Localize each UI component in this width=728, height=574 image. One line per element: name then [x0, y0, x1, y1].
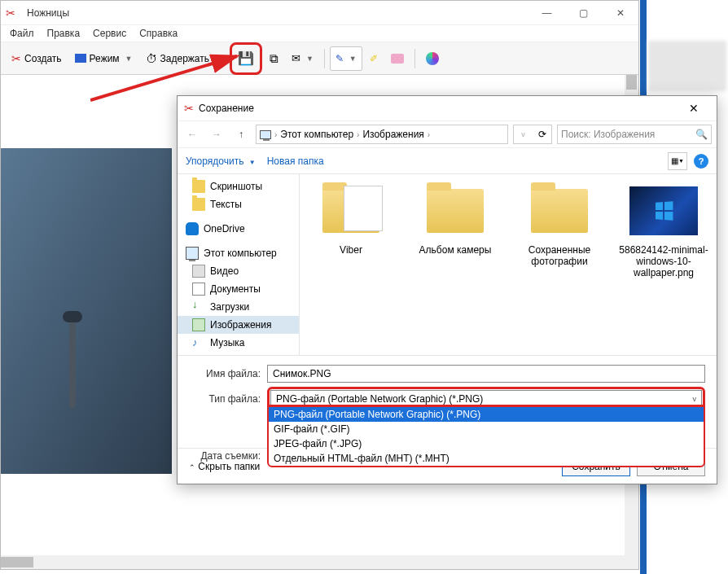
copy-button[interactable]: ⧉: [264, 46, 284, 71]
form-area: Имя файла: Тип файла: PNG-файл (Portable…: [178, 355, 717, 462]
tree-videos[interactable]: Видео: [178, 262, 299, 280]
highlighter-button[interactable]: ✐: [364, 46, 384, 71]
option-jpg[interactable]: JPEG-файл (*.JPG): [269, 436, 704, 451]
titlebar: ✂ Ножницы — ▢ ✕: [1, 1, 638, 25]
help-button[interactable]: ?: [694, 154, 708, 169]
menu-tools[interactable]: Сервис: [87, 26, 132, 41]
search-input[interactable]: Поиск: Изображения 🔍: [557, 125, 712, 144]
filetype-label: Тип файла:: [189, 393, 267, 405]
option-gif[interactable]: GIF-файл (*.GIF): [269, 422, 704, 436]
tree-screenshots[interactable]: Скриншоты: [178, 177, 299, 195]
organize-button[interactable]: Упорядочить ▼: [186, 156, 256, 167]
window-title: Ножницы: [27, 7, 69, 19]
file-wallpaper[interactable]: 586824142-minimal-windows-10-wallpaper.p…: [619, 182, 708, 347]
save-button-highlight: 💾: [230, 42, 262, 75]
hide-folders-toggle[interactable]: ⌃ Скрыть папки: [189, 461, 260, 472]
tree-texts[interactable]: Тексты: [178, 195, 299, 213]
dialog-icon: ✂: [184, 102, 194, 115]
dialog-title: Сохранение: [199, 103, 254, 114]
filetype-dropdown: PNG-файл (Portable Network Graphic) (*.P…: [267, 405, 705, 467]
option-mht[interactable]: Отдельный HTML-файл (MHT) (*.MHT): [269, 451, 704, 466]
file-list: Viber Альбом камеры Сохраненные фотограф…: [300, 174, 717, 355]
search-placeholder: Поиск: Изображения: [561, 129, 655, 140]
eraser-button[interactable]: [385, 46, 410, 71]
save-dialog: ✂ Сохранение ✕ ← → ↑ › Этот компьютер › …: [177, 95, 717, 484]
eraser-icon: [391, 54, 404, 64]
pen-icon: ✎: [335, 53, 344, 64]
highlighter-icon: ✐: [370, 53, 378, 64]
file-viber[interactable]: Viber: [306, 182, 396, 347]
dialog-close-button[interactable]: ✕: [678, 102, 710, 115]
tree-onedrive[interactable]: OneDrive: [178, 220, 299, 238]
tree-downloads[interactable]: Загрузки: [178, 298, 299, 316]
menu-help[interactable]: Справка: [134, 26, 183, 41]
new-folder-button[interactable]: Новая папка: [267, 156, 324, 167]
maximize-button[interactable]: ▢: [565, 1, 602, 25]
dialog-toolbar: Упорядочить ▼ Новая папка ▦ ▼ ?: [178, 148, 717, 174]
dialog-body: Скриншоты Тексты OneDrive Этот компьютер…: [178, 174, 717, 355]
file-camera-album[interactable]: Альбом камеры: [410, 182, 500, 347]
breadcrumb-root[interactable]: Этот компьютер: [280, 129, 353, 140]
minimize-button[interactable]: —: [528, 1, 565, 25]
filename-label: Имя файла:: [189, 368, 267, 379]
filename-input[interactable]: [267, 365, 705, 383]
delay-button[interactable]: ⏱Задержать▼: [140, 46, 228, 71]
search-icon: 🔍: [695, 129, 708, 140]
app-icon: ✂: [6, 7, 22, 20]
mail-icon: ✉: [292, 52, 300, 64]
toolbar: ✂Создать Режим▼ ⏱Задержать▼ 💾 ⧉ ✉▼ ✎▼ ✐: [1, 42, 638, 75]
paint3d-icon: [426, 52, 439, 65]
pc-icon: [260, 130, 271, 139]
nav-forward-button[interactable]: →: [207, 125, 226, 144]
close-button[interactable]: ✕: [602, 1, 638, 25]
tree-pictures[interactable]: Изображения: [178, 316, 299, 334]
menu-edit[interactable]: Правка: [42, 26, 86, 41]
view-options-button[interactable]: ▦ ▼: [668, 152, 687, 170]
horizontal-scrollbar[interactable]: [1, 555, 625, 569]
file-saved-photos[interactable]: Сохраненные фотографии: [515, 182, 604, 347]
nav-up-button[interactable]: ↑: [231, 125, 251, 144]
dialog-titlebar: ✂ Сохранение ✕: [178, 96, 717, 120]
menubar: Файл Правка Сервис Справка: [1, 25, 638, 42]
tree-music[interactable]: ♪Музыка: [178, 334, 299, 352]
dialog-nav: ← → ↑ › Этот компьютер › Изображения › v…: [178, 120, 717, 148]
refresh-button[interactable]: ⟳: [533, 125, 552, 144]
new-button[interactable]: ✂Создать: [6, 46, 68, 71]
nav-back-button[interactable]: ←: [182, 125, 202, 144]
copy-icon: ⧉: [270, 51, 278, 66]
pen-button[interactable]: ✎▼: [330, 46, 362, 71]
nav-tree: Скриншоты Тексты OneDrive Этот компьютер…: [178, 174, 300, 355]
breadcrumb-folder[interactable]: Изображения: [362, 129, 423, 140]
captured-image: [1, 148, 172, 474]
breadcrumb[interactable]: › Этот компьютер › Изображения ›: [256, 125, 508, 144]
mail-button[interactable]: ✉▼: [286, 46, 319, 71]
option-png[interactable]: PNG-файл (Portable Network Graphic) (*.P…: [269, 407, 704, 422]
tree-documents[interactable]: Документы: [178, 280, 299, 298]
save-button[interactable]: 💾: [234, 46, 258, 71]
paint3d-button[interactable]: [420, 46, 445, 71]
tree-thispc[interactable]: Этот компьютер: [178, 244, 299, 262]
save-icon: 💾: [238, 50, 254, 66]
menu-file[interactable]: Файл: [4, 26, 40, 41]
mode-button[interactable]: Режим▼: [69, 46, 138, 71]
breadcrumb-dropdown[interactable]: v: [513, 125, 533, 144]
